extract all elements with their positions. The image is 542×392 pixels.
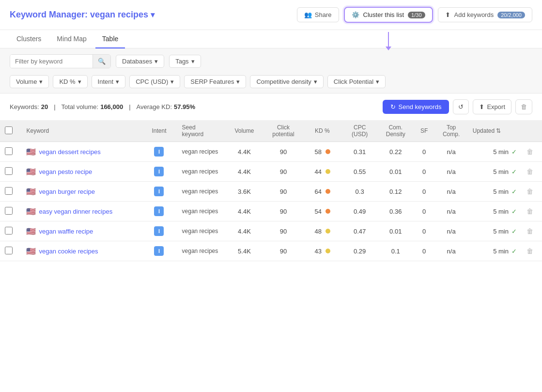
share-button[interactable]: 👥 Share xyxy=(297,7,339,22)
comp-density-filter[interactable]: Competitive density ▾ xyxy=(250,75,323,88)
kd-indicator xyxy=(325,229,330,234)
row-kd: 48 xyxy=(303,221,341,241)
tab-mind-map[interactable]: Mind Map xyxy=(50,30,93,48)
download-icon: ⬆ xyxy=(445,11,450,18)
row-checkbox-cell xyxy=(0,162,21,182)
row-checkbox[interactable] xyxy=(5,187,13,195)
row-top-comp: n/a xyxy=(434,221,467,241)
check-icon: ✓ xyxy=(511,188,517,195)
row-seed: vegan recipes xyxy=(177,221,225,241)
row-density: 0.22 xyxy=(378,142,414,162)
col-header-intent: Intent xyxy=(141,120,177,142)
table-header-bar: Keywords: 20 | Total volume: 166,000 | A… xyxy=(0,94,542,120)
tab-clusters[interactable]: Clusters xyxy=(10,30,48,48)
row-intent: I xyxy=(141,142,177,162)
row-trash-icon[interactable]: 🗑 xyxy=(527,207,533,215)
comp-density-chevron-icon: ▾ xyxy=(314,78,317,85)
row-checkbox[interactable] xyxy=(5,167,13,175)
keyword-link[interactable]: 🇺🇸 vegan pesto recipe xyxy=(26,167,136,176)
row-click-potential: 90 xyxy=(264,241,303,261)
row-top-comp: n/a xyxy=(434,142,467,162)
row-trash-icon[interactable]: 🗑 xyxy=(527,227,533,235)
select-all-checkbox[interactable] xyxy=(5,126,13,134)
row-volume: 3.6K xyxy=(225,182,263,202)
add-keywords-button[interactable]: ⬆ Add keywords 20/2,000 xyxy=(438,7,532,22)
row-kd: 43 xyxy=(303,241,341,261)
row-kd: 54 xyxy=(303,202,341,221)
col-header-volume: Volume xyxy=(225,120,263,142)
keyword-link[interactable]: 🇺🇸 vegan burger recipe xyxy=(26,187,136,196)
kd-indicator xyxy=(325,249,330,253)
row-trash-icon[interactable]: 🗑 xyxy=(527,247,533,255)
kd-indicator xyxy=(325,189,330,194)
col-header-check xyxy=(0,120,21,142)
intent-filter[interactable]: Intent ▾ xyxy=(92,75,126,88)
keyword-link[interactable]: 🇺🇸 vegan dessert recipes xyxy=(26,147,136,157)
row-actions: 🗑 xyxy=(522,142,542,162)
seed-keyword: vegan recipes xyxy=(182,228,218,235)
flag-icon: 🇺🇸 xyxy=(26,167,36,176)
search-button[interactable]: 🔍 xyxy=(93,55,110,68)
row-actions: 🗑 xyxy=(522,202,542,221)
row-updated: 5 min ✓ xyxy=(468,202,522,221)
cpc-filter[interactable]: CPC (USD) ▾ xyxy=(129,75,180,88)
databases-dropdown[interactable]: Databases ▾ xyxy=(116,55,164,68)
col-header-updated[interactable]: Updated ⇅ xyxy=(468,120,522,142)
row-volume: 4.4K xyxy=(225,142,263,162)
row-checkbox[interactable] xyxy=(5,147,13,155)
row-top-comp: n/a xyxy=(434,182,467,202)
row-intent: I xyxy=(141,221,177,241)
check-icon: ✓ xyxy=(511,148,517,156)
flag-icon: 🇺🇸 xyxy=(26,207,36,216)
row-sf: 0 xyxy=(414,142,435,162)
row-top-comp: n/a xyxy=(434,162,467,182)
volume-filter[interactable]: Volume ▾ xyxy=(10,75,49,88)
row-updated: 5 min ✓ xyxy=(468,142,522,162)
table-row: 🇺🇸 vegan cookie recipes I vegan recipes … xyxy=(0,241,542,261)
row-checkbox[interactable] xyxy=(5,207,13,215)
keyword-search-input[interactable] xyxy=(10,55,93,68)
keyword-link[interactable]: 🇺🇸 vegan cookie recipes xyxy=(26,247,136,256)
volume-chevron-icon: ▾ xyxy=(39,78,43,85)
cluster-button[interactable]: ⚙️ Cluster this list 1/30 xyxy=(344,7,433,23)
seed-keyword: vegan recipes xyxy=(182,168,218,175)
updated-time: 5 min xyxy=(493,248,509,255)
col-header-keyword: Keyword xyxy=(21,120,141,142)
row-intent: I xyxy=(141,162,177,182)
serp-filter[interactable]: SERP Features ▾ xyxy=(184,75,246,88)
kd-chevron-icon: ▾ xyxy=(78,78,81,85)
intent-badge: I xyxy=(154,206,164,216)
row-checkbox[interactable] xyxy=(5,247,13,254)
row-trash-icon[interactable]: 🗑 xyxy=(527,188,533,195)
row-cpc: 0.49 xyxy=(342,202,378,221)
table-stats: Keywords: 20 | Total volume: 166,000 | A… xyxy=(10,103,195,110)
updated-time: 5 min xyxy=(493,148,509,156)
row-density: 0.01 xyxy=(378,221,414,241)
updated-time: 5 min xyxy=(493,168,509,175)
export-button[interactable]: ⬆ Export xyxy=(473,99,511,114)
col-header-seed: Seedkeyword xyxy=(177,120,225,142)
table-row: 🇺🇸 easy vegan dinner recipes I vegan rec… xyxy=(0,202,542,221)
keyword-search-container: 🔍 xyxy=(10,54,111,68)
updated-time: 5 min xyxy=(493,188,509,195)
row-trash-icon[interactable]: 🗑 xyxy=(527,168,533,175)
click-potential-filter[interactable]: Click Potential ▾ xyxy=(327,75,386,88)
tags-dropdown[interactable]: Tags ▾ xyxy=(169,55,201,68)
row-updated: 5 min ✓ xyxy=(468,162,522,182)
row-trash-icon[interactable]: 🗑 xyxy=(527,148,533,156)
kd-filter[interactable]: KD % ▾ xyxy=(53,75,87,88)
row-click-potential: 90 xyxy=(264,221,303,241)
tab-table[interactable]: Table xyxy=(95,30,125,48)
keyword-link[interactable]: 🇺🇸 vegan waffle recipe xyxy=(26,227,136,236)
delete-button[interactable]: 🗑 xyxy=(515,99,532,114)
cluster-arrow-annotation xyxy=(386,32,391,50)
send-keywords-button[interactable]: ↻ Send keywords xyxy=(383,100,449,114)
row-cpc: 0.31 xyxy=(342,142,378,162)
refresh-button[interactable]: ↺ xyxy=(453,99,469,114)
intent-badge: I xyxy=(154,147,164,157)
row-keyword: 🇺🇸 vegan burger recipe xyxy=(21,182,141,202)
row-checkbox[interactable] xyxy=(5,227,13,235)
keyword-link[interactable]: 🇺🇸 easy vegan dinner recipes xyxy=(26,207,136,216)
share-icon: 👥 xyxy=(304,11,312,18)
title-chevron[interactable]: ▾ xyxy=(151,11,155,19)
